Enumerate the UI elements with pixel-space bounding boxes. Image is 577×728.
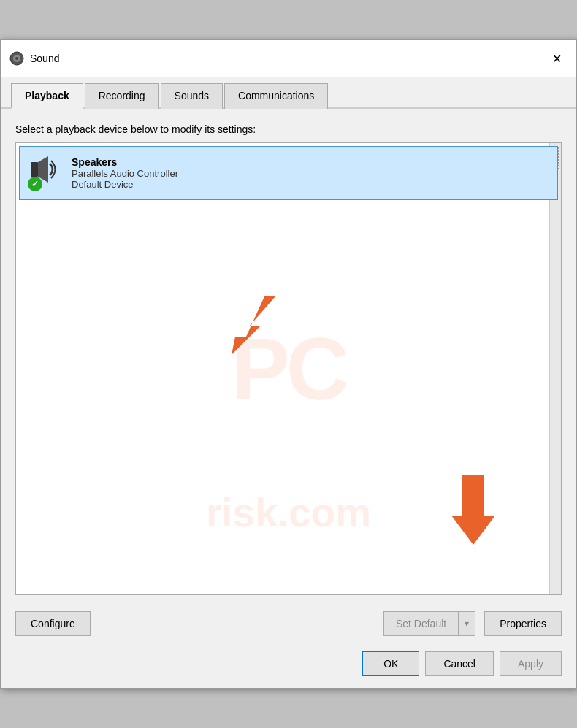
apply-button[interactable]: Apply (500, 651, 562, 676)
tabs-bar: Playback Recording Sounds Communications (1, 77, 576, 109)
instruction-text: Select a playback device below to modify… (15, 123, 562, 135)
device-info: Speakers Parallels Audio Controller Defa… (72, 156, 542, 190)
svg-point-2 (15, 57, 18, 60)
device-name: Speakers (72, 156, 542, 168)
configure-button[interactable]: Configure (15, 611, 91, 636)
bottom-buttons-row: Configure Set Default ▾ Properties (1, 602, 576, 645)
title-bar: Sound ✕ (1, 40, 576, 77)
content-area: Select a playback device below to modify… (1, 109, 576, 602)
device-list: PC risk.com (15, 142, 562, 595)
svg-marker-7 (451, 475, 495, 545)
set-default-button[interactable]: Set Default (383, 611, 458, 636)
properties-button[interactable]: Properties (484, 611, 562, 636)
dialog-title: Sound (30, 53, 546, 64)
set-default-dropdown-button[interactable]: ▾ (458, 611, 475, 636)
cancel-button[interactable]: Cancel (425, 651, 494, 676)
tab-communications[interactable]: Communications (224, 83, 328, 109)
device-item-speakers[interactable]: ✓ Speakers Parallels Audio Controller De… (19, 146, 558, 200)
watermark-pc: PC (232, 325, 346, 413)
device-icon-wrap: ✓ (28, 155, 64, 191)
annotation-arrow-up (213, 289, 286, 364)
annotation-arrow-down (444, 475, 503, 551)
watermark-risk: risk.com (206, 489, 371, 536)
svg-rect-3 (31, 162, 38, 177)
action-buttons-row: OK Cancel Apply (1, 645, 576, 688)
default-check-icon: ✓ (28, 177, 42, 191)
device-controller: Parallels Audio Controller (72, 168, 542, 179)
device-status: Default Device (72, 179, 542, 190)
speaker-icon (9, 51, 24, 66)
tab-recording[interactable]: Recording (85, 83, 159, 109)
sound-dialog: Sound ✕ Playback Recording Sounds Commun… (0, 39, 577, 689)
set-default-wrap: Set Default ▾ (383, 611, 475, 636)
tab-playback[interactable]: Playback (11, 83, 83, 109)
tab-sounds[interactable]: Sounds (161, 83, 223, 109)
scrollbar[interactable] (549, 143, 561, 594)
svg-marker-6 (232, 296, 275, 355)
close-button[interactable]: ✕ (546, 47, 568, 69)
ok-button[interactable]: OK (362, 651, 419, 676)
